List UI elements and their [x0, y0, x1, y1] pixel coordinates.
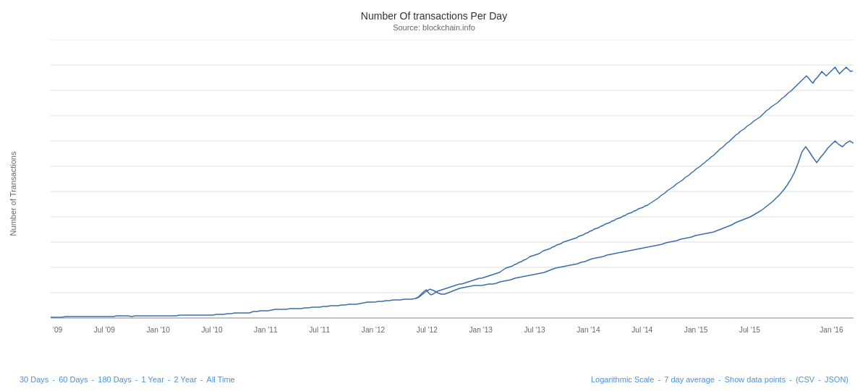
chart-svg: 275,000 250,000 225,000 200,000 175,000 … [51, 40, 854, 348]
chart-area: 275,000 250,000 225,000 200,000 175,000 … [51, 40, 854, 348]
bottom-links-right: Logarithmic Scale - 7 day average - Show… [590, 375, 850, 384]
svg-text:Jan '15: Jan '15 [684, 326, 708, 334]
bottom-links: 30 Days - 60 Days - 180 Days - 1 Year - … [0, 375, 868, 384]
svg-text:Jan '13: Jan '13 [469, 326, 493, 334]
link-csv[interactable]: (CSV [796, 375, 814, 384]
svg-text:Jan '11: Jan '11 [254, 326, 278, 334]
chart-subtitle: Source: blockchain.info [0, 23, 868, 32]
link-180days[interactable]: 180 Days [98, 375, 131, 384]
svg-text:Jul '13: Jul '13 [524, 326, 545, 334]
svg-text:Jul '15: Jul '15 [739, 326, 760, 334]
svg-text:Jul '12: Jul '12 [417, 326, 438, 334]
svg-text:Jan '09: Jan '09 [51, 326, 63, 334]
link-json[interactable]: JSON) [825, 375, 848, 384]
svg-text:Jul '10: Jul '10 [201, 326, 222, 334]
link-7day-avg[interactable]: 7 day average [664, 375, 715, 384]
link-30days[interactable]: 30 Days [20, 375, 48, 384]
link-60days[interactable]: 60 Days [59, 375, 88, 384]
link-log-scale[interactable]: Logarithmic Scale [591, 375, 654, 384]
link-2year[interactable]: 2 Year [174, 375, 197, 384]
link-show-points[interactable]: Show data points [725, 375, 786, 384]
svg-text:Jan '12: Jan '12 [362, 326, 386, 334]
svg-text:Jul '11: Jul '11 [309, 326, 330, 334]
chart-container: Number Of transactions Per Day Source: b… [0, 0, 868, 391]
svg-text:Jan '14: Jan '14 [576, 326, 600, 334]
link-1year[interactable]: 1 Year [142, 375, 164, 384]
bottom-links-left: 30 Days - 60 Days - 180 Days - 1 Year - … [18, 375, 237, 384]
svg-text:Jul '14: Jul '14 [631, 326, 652, 334]
svg-text:Jan '10: Jan '10 [146, 326, 170, 334]
svg-text:Jul '09: Jul '09 [94, 326, 115, 334]
svg-text:Jan '16: Jan '16 [820, 326, 843, 334]
y-axis-label: Number of Transactions [9, 152, 17, 236]
link-alltime[interactable]: All Time [207, 375, 235, 384]
chart-title: Number Of transactions Per Day [0, 0, 868, 22]
